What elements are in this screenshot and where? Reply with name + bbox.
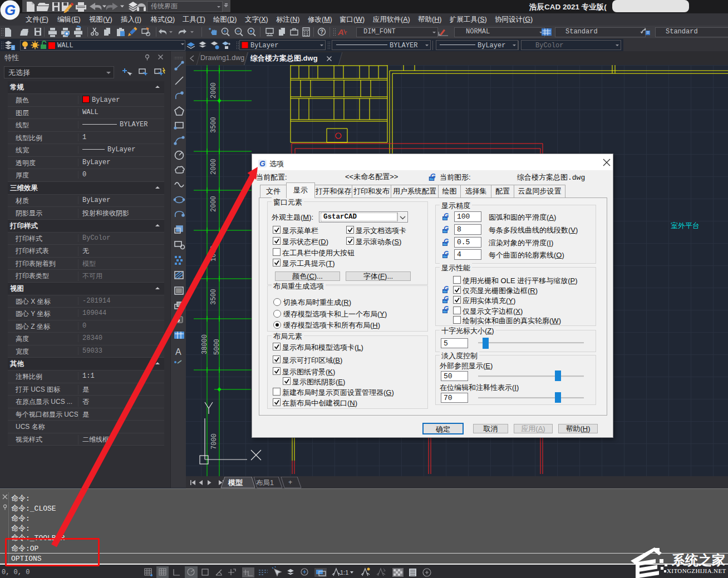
svg-text:3500: 3500 — [210, 117, 218, 133]
svg-text:38000: 38000 — [201, 334, 209, 354]
svg-text:7000: 7000 — [210, 433, 218, 449]
svg-text:2000: 2000 — [210, 196, 218, 212]
svg-text:系统之家: 系统之家 — [671, 552, 725, 567]
svg-text:G: G — [259, 159, 265, 168]
svg-text:3500: 3500 — [210, 289, 218, 305]
svg-text:BYLAYER: BYLAYER — [390, 42, 417, 50]
svg-text:1000: 1000 — [210, 245, 218, 261]
svg-text:A: A — [337, 27, 344, 37]
svg-text:?: ? — [320, 29, 323, 35]
svg-text:ByLayer: ByLayer — [478, 42, 505, 50]
svg-text:2000: 2000 — [210, 82, 218, 98]
svg-text:ByColor: ByColor — [535, 42, 563, 50]
svg-text:A: A — [175, 347, 181, 357]
svg-text:室外平台: 室外平台 — [671, 221, 700, 230]
svg-text:1:1: 1:1 — [340, 569, 348, 576]
svg-text:G: G — [4, 2, 16, 18]
svg-text:ByLayer: ByLayer — [250, 42, 278, 50]
svg-text:WALL: WALL — [57, 42, 73, 50]
svg-text:5000: 5000 — [213, 339, 221, 355]
svg-text:2000: 2000 — [210, 159, 218, 175]
svg-text:XITONGZHIJIA.NET: XITONGZHIJIA.NET — [667, 567, 726, 574]
